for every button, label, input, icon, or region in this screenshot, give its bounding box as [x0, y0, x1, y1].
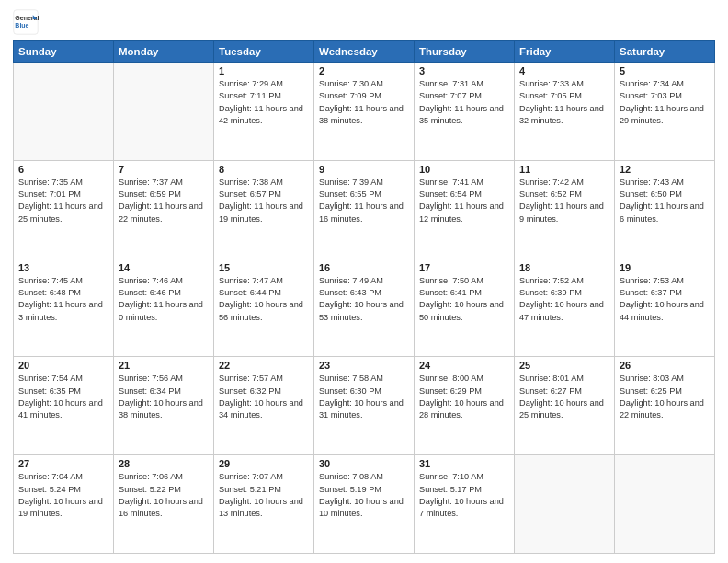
- day-number: 20: [18, 360, 108, 371]
- day-info: Sunrise: 7:29 AMSunset: 7:11 PMDaylight:…: [219, 78, 309, 127]
- day-number: 4: [519, 65, 609, 76]
- calendar-cell: [615, 455, 715, 554]
- col-header-sunday: Sunday: [14, 41, 114, 63]
- week-row-4: 20Sunrise: 7:54 AMSunset: 6:35 PMDayligh…: [14, 357, 715, 455]
- calendar-cell: [515, 455, 615, 554]
- calendar-cell: 3Sunrise: 7:31 AMSunset: 7:07 PMDaylight…: [415, 63, 515, 161]
- day-number: 13: [18, 262, 108, 273]
- calendar-cell: [14, 63, 114, 161]
- day-number: 29: [219, 458, 309, 469]
- calendar-cell: 19Sunrise: 7:53 AMSunset: 6:37 PMDayligh…: [615, 259, 715, 357]
- page: General Blue SundayMondayTuesdayWednesda…: [0, 0, 728, 563]
- calendar-cell: 23Sunrise: 7:58 AMSunset: 6:30 PMDayligh…: [314, 357, 415, 455]
- day-info: Sunrise: 7:41 AMSunset: 6:54 PMDaylight:…: [419, 177, 509, 225]
- day-info: Sunrise: 7:39 AMSunset: 6:55 PMDaylight:…: [319, 177, 409, 225]
- day-info: Sunrise: 7:33 AMSunset: 7:05 PMDaylight:…: [519, 78, 609, 127]
- calendar-cell: 8Sunrise: 7:38 AMSunset: 6:57 PMDaylight…: [214, 160, 314, 259]
- day-number: 28: [119, 458, 209, 469]
- calendar-cell: 1Sunrise: 7:29 AMSunset: 7:11 PMDaylight…: [214, 63, 314, 161]
- calendar-header-row: SundayMondayTuesdayWednesdayThursdayFrid…: [14, 41, 715, 63]
- day-info: Sunrise: 7:07 AMSunset: 5:21 PMDaylight:…: [219, 471, 309, 520]
- calendar-cell: 10Sunrise: 7:41 AMSunset: 6:54 PMDayligh…: [415, 160, 515, 259]
- day-info: Sunrise: 7:38 AMSunset: 6:57 PMDaylight:…: [219, 177, 309, 225]
- day-number: 17: [419, 262, 509, 273]
- calendar-cell: 18Sunrise: 7:52 AMSunset: 6:39 PMDayligh…: [515, 259, 615, 357]
- svg-text:Blue: Blue: [15, 22, 28, 29]
- day-number: 8: [219, 164, 309, 175]
- day-info: Sunrise: 7:53 AMSunset: 6:37 PMDaylight:…: [620, 275, 710, 324]
- day-info: Sunrise: 7:54 AMSunset: 6:35 PMDaylight:…: [18, 373, 108, 421]
- day-info: Sunrise: 7:47 AMSunset: 6:44 PMDaylight:…: [219, 275, 309, 324]
- calendar-cell: 17Sunrise: 7:50 AMSunset: 6:41 PMDayligh…: [415, 259, 515, 357]
- calendar-cell: 27Sunrise: 7:04 AMSunset: 5:24 PMDayligh…: [14, 455, 114, 554]
- day-info: Sunrise: 7:57 AMSunset: 6:32 PMDaylight:…: [219, 373, 309, 421]
- calendar-cell: 21Sunrise: 7:56 AMSunset: 6:34 PMDayligh…: [114, 357, 214, 455]
- day-number: 12: [620, 164, 710, 175]
- day-info: Sunrise: 7:42 AMSunset: 6:52 PMDaylight:…: [519, 177, 609, 225]
- day-info: Sunrise: 7:52 AMSunset: 6:39 PMDaylight:…: [519, 275, 609, 324]
- calendar-cell: 16Sunrise: 7:49 AMSunset: 6:43 PMDayligh…: [314, 259, 415, 357]
- day-number: 10: [419, 164, 509, 175]
- day-number: 23: [319, 360, 409, 371]
- day-info: Sunrise: 7:06 AMSunset: 5:22 PMDaylight:…: [119, 471, 209, 520]
- calendar-cell: 26Sunrise: 8:03 AMSunset: 6:25 PMDayligh…: [615, 357, 715, 455]
- calendar-cell: 31Sunrise: 7:10 AMSunset: 5:17 PMDayligh…: [415, 455, 515, 554]
- calendar-cell: 2Sunrise: 7:30 AMSunset: 7:09 PMDaylight…: [314, 63, 415, 161]
- day-number: 25: [519, 360, 609, 371]
- calendar-cell: 14Sunrise: 7:46 AMSunset: 6:46 PMDayligh…: [114, 259, 214, 357]
- calendar-cell: 4Sunrise: 7:33 AMSunset: 7:05 PMDaylight…: [515, 63, 615, 161]
- day-info: Sunrise: 7:46 AMSunset: 6:46 PMDaylight:…: [119, 275, 209, 324]
- calendar-cell: 30Sunrise: 7:08 AMSunset: 5:19 PMDayligh…: [314, 455, 415, 554]
- day-info: Sunrise: 7:37 AMSunset: 6:59 PMDaylight:…: [119, 177, 209, 225]
- calendar-cell: 11Sunrise: 7:42 AMSunset: 6:52 PMDayligh…: [515, 160, 615, 259]
- day-info: Sunrise: 8:00 AMSunset: 6:29 PMDaylight:…: [419, 373, 509, 421]
- calendar-cell: 5Sunrise: 7:34 AMSunset: 7:03 PMDaylight…: [615, 63, 715, 161]
- day-number: 6: [18, 164, 108, 175]
- calendar-cell: 9Sunrise: 7:39 AMSunset: 6:55 PMDaylight…: [314, 160, 415, 259]
- day-info: Sunrise: 7:34 AMSunset: 7:03 PMDaylight:…: [620, 78, 710, 127]
- calendar-cell: 25Sunrise: 8:01 AMSunset: 6:27 PMDayligh…: [515, 357, 615, 455]
- calendar-table: SundayMondayTuesdayWednesdayThursdayFrid…: [13, 40, 715, 554]
- day-number: 26: [620, 360, 710, 371]
- week-row-1: 1Sunrise: 7:29 AMSunset: 7:11 PMDaylight…: [14, 63, 715, 161]
- day-info: Sunrise: 7:35 AMSunset: 7:01 PMDaylight:…: [18, 177, 108, 225]
- day-info: Sunrise: 7:49 AMSunset: 6:43 PMDaylight:…: [319, 275, 409, 324]
- logo-icon: General Blue: [13, 9, 39, 35]
- calendar-cell: 12Sunrise: 7:43 AMSunset: 6:50 PMDayligh…: [615, 160, 715, 259]
- calendar-cell: 7Sunrise: 7:37 AMSunset: 6:59 PMDaylight…: [114, 160, 214, 259]
- col-header-tuesday: Tuesday: [214, 41, 314, 63]
- week-row-2: 6Sunrise: 7:35 AMSunset: 7:01 PMDaylight…: [14, 160, 715, 259]
- day-number: 31: [419, 458, 509, 469]
- day-info: Sunrise: 7:50 AMSunset: 6:41 PMDaylight:…: [419, 275, 509, 324]
- day-number: 24: [419, 360, 509, 371]
- col-header-monday: Monday: [114, 41, 214, 63]
- col-header-thursday: Thursday: [415, 41, 515, 63]
- day-number: 3: [419, 65, 509, 76]
- day-number: 1: [219, 65, 309, 76]
- day-number: 7: [119, 164, 209, 175]
- week-row-5: 27Sunrise: 7:04 AMSunset: 5:24 PMDayligh…: [14, 455, 715, 554]
- day-number: 27: [18, 458, 108, 469]
- day-info: Sunrise: 7:43 AMSunset: 6:50 PMDaylight:…: [620, 177, 710, 225]
- day-info: Sunrise: 7:56 AMSunset: 6:34 PMDaylight:…: [119, 373, 209, 421]
- col-header-friday: Friday: [515, 41, 615, 63]
- calendar-cell: [114, 63, 214, 161]
- day-number: 15: [219, 262, 309, 273]
- calendar-cell: 24Sunrise: 8:00 AMSunset: 6:29 PMDayligh…: [415, 357, 515, 455]
- day-info: Sunrise: 7:30 AMSunset: 7:09 PMDaylight:…: [319, 78, 409, 127]
- week-row-3: 13Sunrise: 7:45 AMSunset: 6:48 PMDayligh…: [14, 259, 715, 357]
- calendar-cell: 15Sunrise: 7:47 AMSunset: 6:44 PMDayligh…: [214, 259, 314, 357]
- col-header-wednesday: Wednesday: [314, 41, 415, 63]
- day-info: Sunrise: 7:04 AMSunset: 5:24 PMDaylight:…: [18, 471, 108, 520]
- day-info: Sunrise: 7:31 AMSunset: 7:07 PMDaylight:…: [419, 78, 509, 127]
- day-number: 21: [119, 360, 209, 371]
- calendar-cell: 28Sunrise: 7:06 AMSunset: 5:22 PMDayligh…: [114, 455, 214, 554]
- day-number: 22: [219, 360, 309, 371]
- day-number: 16: [319, 262, 409, 273]
- day-info: Sunrise: 7:58 AMSunset: 6:30 PMDaylight:…: [319, 373, 409, 421]
- day-info: Sunrise: 7:10 AMSunset: 5:17 PMDaylight:…: [419, 471, 509, 520]
- day-number: 9: [319, 164, 409, 175]
- day-info: Sunrise: 7:08 AMSunset: 5:19 PMDaylight:…: [319, 471, 409, 520]
- calendar-cell: 29Sunrise: 7:07 AMSunset: 5:21 PMDayligh…: [214, 455, 314, 554]
- calendar-cell: 20Sunrise: 7:54 AMSunset: 6:35 PMDayligh…: [14, 357, 114, 455]
